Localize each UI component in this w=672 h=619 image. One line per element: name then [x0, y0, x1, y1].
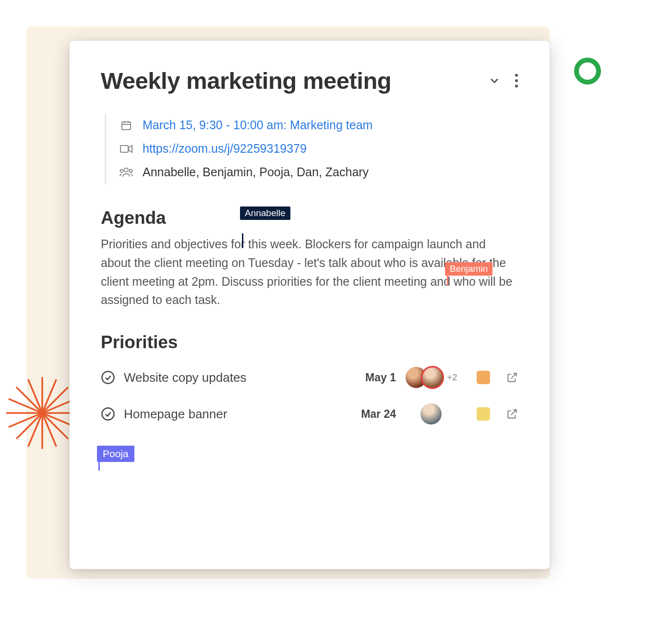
priorities-heading: Priorities — [101, 332, 518, 352]
svg-point-26 — [120, 170, 123, 172]
avatar-stack[interactable] — [405, 402, 457, 425]
meeting-card: Weekly marketing meeting — [70, 41, 550, 569]
svg-rect-23 — [120, 146, 128, 152]
priority-row[interactable]: Website copy updates May 1 +2 — [101, 359, 518, 396]
collaborator-cursor-benjamin: Benjamin — [445, 262, 492, 276]
avatar-stack[interactable]: +2 — [405, 366, 457, 389]
header-actions — [488, 73, 518, 88]
meeting-time-link[interactable]: March 15, 9:30 - 10:00 am: Marketing tea… — [143, 118, 372, 132]
open-external-button[interactable] — [506, 371, 518, 384]
collaborator-cursor-pooja: Pooja — [97, 446, 134, 462]
svg-point-16 — [515, 74, 518, 77]
attendees-list: Annabelle, Benjamin, Pooja, Dan, Zachary — [143, 165, 369, 179]
collaborator-caret-annabelle — [242, 233, 243, 248]
more-options-button[interactable] — [515, 73, 518, 88]
external-link-icon — [506, 371, 518, 384]
meeting-meta: March 15, 9:30 - 10:00 am: Marketing tea… — [105, 113, 518, 184]
avatar — [421, 366, 444, 389]
checkmark-circle-icon[interactable] — [101, 407, 115, 421]
collaborator-cursor-annabelle: Annabelle — [240, 206, 290, 220]
meta-date-row: March 15, 9:30 - 10:00 am: Marketing tea… — [120, 113, 518, 137]
agenda-section: Agenda Priorities and objectives for thi… — [101, 208, 518, 309]
people-icon — [120, 167, 133, 178]
external-link-icon — [506, 408, 518, 420]
priority-date: May 1 — [348, 371, 396, 384]
open-external-button[interactable] — [506, 408, 518, 420]
meta-attendees-row: Annabelle, Benjamin, Pooja, Dan, Zachary — [120, 160, 518, 184]
priority-row[interactable]: Homepage banner Mar 24 — [101, 396, 518, 432]
avatar — [420, 402, 443, 425]
more-vertical-icon — [515, 73, 518, 88]
checkmark-circle-icon[interactable] — [101, 370, 115, 385]
video-link[interactable]: https://zoom.us/j/92259319379 — [143, 142, 307, 156]
priorities-section: Priorities Website copy updates May 1 +2 — [101, 332, 518, 432]
svg-point-18 — [515, 85, 518, 87]
svg-point-17 — [515, 79, 518, 82]
calendar-icon — [120, 120, 133, 131]
video-icon — [120, 144, 133, 154]
card-header: Weekly marketing meeting — [101, 67, 518, 94]
chevron-down-icon — [488, 74, 501, 87]
agenda-heading: Agenda — [101, 208, 518, 228]
priority-color-chip[interactable] — [477, 371, 490, 384]
svg-point-27 — [130, 170, 132, 172]
collapse-button[interactable] — [488, 74, 501, 87]
priority-title: Homepage banner — [124, 407, 339, 422]
svg-rect-19 — [122, 122, 131, 130]
priority-date: Mar 24 — [348, 408, 396, 421]
decorative-ring-icon — [574, 58, 601, 85]
svg-point-25 — [124, 168, 128, 172]
page-title: Weekly marketing meeting — [101, 67, 391, 94]
priority-color-chip[interactable] — [477, 407, 490, 421]
avatar-more-count: +2 — [447, 372, 457, 383]
svg-point-28 — [102, 372, 114, 384]
priority-title: Website copy updates — [124, 370, 339, 385]
meta-video-row: https://zoom.us/j/92259319379 — [120, 137, 518, 160]
svg-marker-24 — [129, 146, 132, 152]
svg-point-29 — [102, 408, 114, 420]
